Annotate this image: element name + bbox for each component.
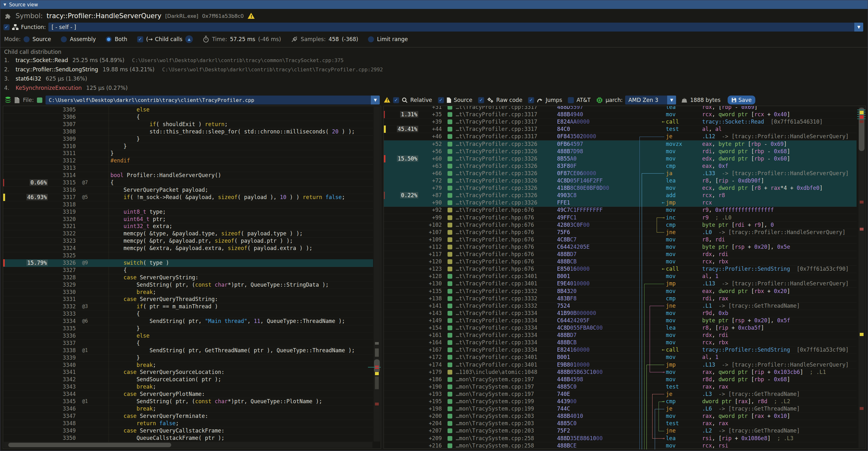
- source-line-3310[interactable]: 3310 }: [3, 143, 373, 150]
- file-combo[interactable]: C:\Users\wolf\Desktop\darkrl\contrib\tra…: [45, 95, 380, 104]
- source-line-3342[interactable]: 3342 SendSourceLocation( ptr );: [3, 376, 373, 384]
- source-line-3317[interactable]: 46.93%3317@5 if( !m_sock->Read( &payload…: [3, 194, 373, 201]
- asm-source-location[interactable]: …t\TracyProfiler.cpp:3326: [456, 170, 537, 177]
- function-combo[interactable]: [ - self - ] ▼: [49, 23, 863, 32]
- asm-source-location[interactable]: …t\TracyProfiler.hpp:676: [456, 221, 534, 229]
- asm-row-+107[interactable]: +107…t\TracyProfiler.hpp:67675F6jne.L0 -…: [384, 229, 857, 236]
- asm-row-+164[interactable]: +164…t\TracyProfiler.cpp:3334488BCBmovrc…: [384, 339, 857, 347]
- asm-row-+154[interactable]: +154…t\TracyProfiler.cpp:33344C8D055FBA0…: [384, 324, 857, 332]
- asm-source-location[interactable]: …t\TracyProfiler.cpp:3334: [456, 339, 537, 346]
- asm-row-+143[interactable]: +143…t\TracyProfiler.cpp:333441B90B00000…: [384, 309, 857, 317]
- asm-row-+216[interactable]: +216…mon\TracySystem.cpp:258488BCEmovrcx…: [384, 442, 857, 448]
- asm-source-location[interactable]: …t\TracyProfiler.cpp:3334: [456, 332, 537, 338]
- asm-source-location[interactable]: …mon\TracySystem.cpp:203: [456, 413, 534, 419]
- asm-source-location[interactable]: …mon\TracySystem.cpp:199: [456, 405, 534, 412]
- source-line-3307[interactable]: 3307 if( shouldExit ) return;: [3, 121, 373, 128]
- chevron-down-icon[interactable]: ▼: [667, 95, 676, 104]
- asm-source-location[interactable]: …t\TracyProfiler.cpp:3401: [456, 361, 537, 368]
- asm-row-+46[interactable]: +46…t\TracyProfiler.cpp:33170F8435020000…: [384, 133, 857, 141]
- source-line-3332[interactable]: 3332@3 if( ptr == m_mainThread ): [3, 303, 373, 310]
- asm-source-location[interactable]: …t\TracyProfiler.cpp:3334: [456, 346, 537, 353]
- asm-row-+31[interactable]: +31…t\TracyProfiler.cpp:3317488D5597lear…: [384, 106, 857, 111]
- source-line-3340[interactable]: 3340 break;: [3, 361, 373, 369]
- asm-source-location[interactable]: …t\TracyProfiler.cpp:3326: [456, 192, 537, 199]
- radio-assembly[interactable]: [61, 36, 67, 42]
- source-line-3345[interactable]: 3345@1 SendString( ptr, (const char*)ptr…: [3, 398, 373, 405]
- asm-row-+39[interactable]: +39…t\TracyProfiler.cpp:3317E824AA0000←c…: [384, 118, 857, 126]
- asm-row-+66[interactable]: +66…t\TracyProfiler.cpp:33260F87CE060000…: [384, 170, 857, 177]
- asm-source-location[interactable]: …t\TracyProfiler.hpp:676: [456, 236, 534, 243]
- asm-source-location[interactable]: …mon\TracySystem.cpp:197: [456, 383, 534, 390]
- source-line-3333[interactable]: 3333 {: [3, 310, 373, 318]
- source-horizontal-scrollbar[interactable]: [4, 442, 372, 448]
- asm-source-location[interactable]: …t\TracyProfiler.cpp:3401: [456, 354, 537, 361]
- source-line-3320[interactable]: 3320 uint64_t ptr;: [3, 216, 373, 223]
- asm-row-+90[interactable]: +90…t\TracyProfiler.cpp:3326FFE1←jmprcx: [384, 199, 857, 207]
- asm-row-+141[interactable]: +141…t\TracyProfiler.cpp:33327524jne.L1 …: [384, 302, 857, 310]
- source-line-3349[interactable]: 3349 case ServerQueryCallstackFrame:: [3, 427, 373, 435]
- source-code-view[interactable]: 3305 else3306 {3307 if( shouldExit ) ret…: [3, 106, 381, 449]
- asm-source-location[interactable]: …t\TracyProfiler.cpp:3317: [456, 125, 537, 132]
- asm-source-location[interactable]: …mon\TracySystem.cpp:258: [456, 442, 534, 448]
- asm-row-+167[interactable]: +167…t\TracyProfiler.cpp:3334E824160000←…: [384, 346, 857, 354]
- limit-range-radio[interactable]: [368, 36, 374, 42]
- asm-row-+72[interactable]: +72…t\TracyProfiler.cpp:33264C8D05F146F2…: [384, 177, 857, 185]
- asm-row-+161[interactable]: +161…t\TracyProfiler.cpp:3334488BD7movrd…: [384, 332, 857, 339]
- asm-row-+123[interactable]: +123…t\TracyProfiler.hpp:676E850160000←c…: [384, 265, 857, 273]
- asm-source-location[interactable]: …t\TracyProfiler.hpp:676: [456, 243, 534, 250]
- source-line-3347[interactable]: 3347 case ServerQueryTerminate:: [3, 413, 373, 420]
- asm-source-location[interactable]: …t\TracyProfiler.hpp:676: [456, 251, 534, 258]
- asm-row-+117[interactable]: +117…t\TracyProfiler.hpp:676488BD7movrdx…: [384, 251, 857, 258]
- asm-source-location[interactable]: …t\TracyProfiler.hpp:676: [456, 206, 534, 213]
- asm-row-+138[interactable]: +138…t\TracyProfiler.cpp:3332483BF8cmprd…: [384, 295, 857, 303]
- collapse-child-calls-button[interactable]: ▲: [185, 35, 193, 43]
- child-call-item[interactable]: 3.stat64i32625 μs (1.36%): [4, 76, 865, 85]
- source-line-3308[interactable]: 3308 std::this_thread::sleep_for( std::c…: [3, 128, 373, 136]
- source-line-3331[interactable]: 3331 case ServerQueryThreadString:: [3, 296, 373, 303]
- asm-source-location[interactable]: …t\TracyProfiler.cpp:3326: [456, 155, 537, 162]
- asm-source-location[interactable]: …t\TracyProfiler.cpp:3326: [456, 141, 537, 147]
- asm-source-location[interactable]: …t\TracyProfiler.cpp:3332: [456, 302, 537, 309]
- child-call-item[interactable]: 4.KeSynchronizeExecution125 μs (0.27%): [4, 85, 865, 91]
- asm-source-location[interactable]: …mon\TracySystem.cpp:199: [456, 398, 534, 405]
- source-line-3327[interactable]: 3327 {: [3, 267, 373, 274]
- source-line-3313[interactable]: 3313: [3, 164, 373, 172]
- asm-source-location[interactable]: …mon\TracySystem.cpp:197: [456, 376, 534, 383]
- source-line-3328[interactable]: 3328 case ServerQueryString:: [3, 274, 373, 281]
- asm-row-+56[interactable]: +56…t\TracyProfiler.cpp:3326488B7D98movr…: [384, 148, 857, 155]
- source-line-3321[interactable]: 3321 uint32_t extra;: [3, 222, 373, 230]
- jumps-checkbox[interactable]: ✓: [528, 97, 534, 103]
- asm-source-location[interactable]: …t\TracyProfiler.cpp:3317: [456, 111, 537, 118]
- asm-source-location[interactable]: …t\TracyProfiler.cpp:3332: [456, 288, 537, 295]
- source-line-3325[interactable]: 3325: [3, 252, 373, 260]
- source-line-3326[interactable]: 15.79%3326@9 switch( type ): [3, 259, 373, 267]
- raw-code-label[interactable]: Raw code: [496, 97, 522, 103]
- source-line-3316[interactable]: 3316 ServerQueryPacket payload;: [3, 186, 373, 194]
- save-button[interactable]: Save: [727, 95, 756, 104]
- asm-row-+112[interactable]: +112…t\TracyProfiler.hpp:676C64424205Emo…: [384, 243, 857, 251]
- asm-row-+190[interactable]: +190…mon\TracySystem.cpp:1974885C0testra…: [384, 383, 857, 391]
- source-line-3314[interactable]: 3314bool Profiler::HandleServerQuery(): [3, 172, 373, 179]
- chevron-down-icon[interactable]: ▼: [854, 23, 863, 32]
- asm-row-+60[interactable]: 15.50%+60…t\TracyProfiler.cpp:33268B55A0…: [384, 155, 857, 163]
- limit-range-label[interactable]: Limit range: [377, 36, 408, 42]
- asm-row-+198[interactable]: +198…mon\TracySystem.cpp:199744Cje.L6 ->…: [384, 405, 857, 413]
- source-line-3330[interactable]: 3330 break;: [3, 289, 373, 296]
- collapse-arrow-icon[interactable]: ▼: [3, 3, 6, 7]
- asm-source-location[interactable]: …t\TracyProfiler.cpp:3317: [456, 118, 537, 125]
- asm-row-+120[interactable]: +120…t\TracyProfiler.hpp:676488BCBmovrcx…: [384, 258, 857, 266]
- asm-source-location[interactable]: …1103\include\atomic:1048: [456, 368, 537, 375]
- asm-source-location[interactable]: …t\TracyProfiler.cpp:3326: [456, 162, 537, 170]
- asm-row-+204[interactable]: +204…mon\TracySystem.cpp:2034885C0testra…: [384, 420, 857, 427]
- assembly-view[interactable]: +31…t\TracyProfiler.cpp:3317488D5597lear…: [383, 106, 866, 449]
- source-line-3324[interactable]: 3324 memcpy( &extra, &payload.extra, siz…: [3, 245, 373, 252]
- asm-row-+200[interactable]: +200…mon\TracySystem.cpp:203488B4010movr…: [384, 413, 857, 420]
- asm-row-+195[interactable]: +195…mon\TracySystem.cpp:199443900→cmpdw…: [384, 398, 857, 405]
- asm-source-location[interactable]: …mon\TracySystem.cpp:197: [456, 390, 534, 397]
- child-call-item[interactable]: 2.tracy::Profiler::SendLongString19.88 m…: [4, 66, 865, 76]
- asm-source-location[interactable]: …mon\TracySystem.cpp:203: [456, 427, 534, 434]
- relative-label[interactable]: Relative: [410, 97, 432, 103]
- att-checkbox[interactable]: ✓: [568, 97, 574, 103]
- source-vertical-scrollbar[interactable]: [374, 107, 380, 442]
- source-line-3329[interactable]: 3329 SendString( ptr, (const char*)ptr, …: [3, 281, 373, 289]
